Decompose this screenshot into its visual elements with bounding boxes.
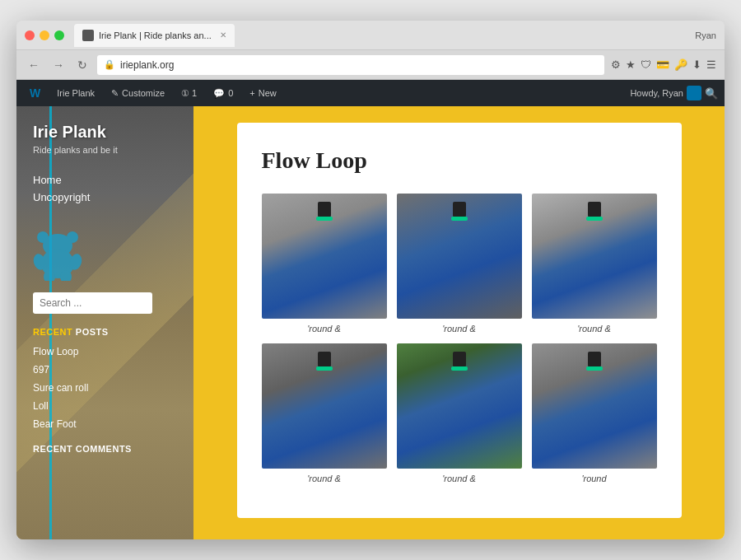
wp-new-icon: + <box>249 88 254 98</box>
post-link-697[interactable]: 697 <box>33 364 49 376</box>
title-bar-user: Ryan <box>695 30 716 40</box>
lock2-icon[interactable]: 🔑 <box>674 58 687 71</box>
refresh-button[interactable]: ↻ <box>74 57 91 73</box>
recent-posts-list: Flow Loop 697 Sure can roll Loll Bear Fo… <box>33 343 177 431</box>
gallery-caption-2: 'round & <box>442 324 476 334</box>
maximize-button[interactable] <box>54 30 64 40</box>
gallery-item-4: 'round & <box>262 343 387 483</box>
recent-comments-label: RECENT COMMENTS <box>33 444 132 454</box>
gallery-item-3: 'round & <box>532 194 657 334</box>
wp-site-name-item[interactable]: Irie Plank <box>50 80 101 106</box>
tab-area: Irie Plank | Ride planks an... ✕ <box>74 24 695 47</box>
download-icon[interactable]: ⬇ <box>692 58 701 71</box>
main-area: Flow Loop 'round & 'round & <box>193 106 725 539</box>
gallery-thumb-2[interactable] <box>397 194 522 319</box>
url-bar[interactable]: 🔒 irieplank.org <box>97 55 604 75</box>
bookmark-icon[interactable]: ★ <box>626 58 636 71</box>
gallery-item-1: 'round & <box>262 194 387 334</box>
wp-admin-right: Howdy, Ryan 🔍 <box>630 86 718 100</box>
site-title: Irie Plank <box>33 123 177 142</box>
shoe-icon-5 <box>453 352 466 368</box>
list-item: Bear Foot <box>33 416 177 431</box>
shoe-icon-2 <box>453 202 466 218</box>
gallery-thumb-5[interactable] <box>397 343 522 469</box>
shoe-icon-6 <box>588 352 601 368</box>
wp-logo-icon: W <box>30 86 40 100</box>
wp-site-name-label: Irie Plank <box>57 88 95 98</box>
post-link-bear-foot[interactable]: Bear Foot <box>33 418 77 430</box>
list-item: Flow Loop <box>33 343 177 358</box>
wp-toolbar-icon[interactable]: ⚙ <box>611 58 621 71</box>
menu-icon[interactable]: ☰ <box>706 58 716 71</box>
post-link-loll[interactable]: Loll <box>33 400 49 412</box>
wp-customize-icon: ✎ <box>111 88 119 99</box>
wp-new-label: New <box>259 88 277 98</box>
wp-customize-label: Customize <box>122 88 165 98</box>
gallery-grid: 'round & 'round & 'round & <box>262 194 657 483</box>
sidebar-content: Irie Plank Ride planks and be it Home Un… <box>33 123 177 454</box>
post-link-sure-can-roll[interactable]: Sure can roll <box>33 382 88 394</box>
list-item: 697 <box>33 362 177 376</box>
wp-comments-count: 0 <box>228 88 233 98</box>
gallery-caption-4: 'round & <box>307 474 341 483</box>
list-item: Loll <box>33 398 177 413</box>
search-input[interactable] <box>40 297 146 309</box>
url-text: irieplank.org <box>120 59 174 71</box>
wp-admin-bar: W Irie Plank ✎ Customize ① 1 💬 0 + New H… <box>16 80 725 106</box>
shoe-icon-4 <box>318 352 331 368</box>
posts-label: POSTS <box>72 327 108 337</box>
recent-highlight: RECENT <box>33 327 72 337</box>
wp-new-item[interactable]: + New <box>243 80 282 106</box>
gallery-item-5: 'round & <box>397 343 522 483</box>
shoe-icon-3 <box>588 202 601 218</box>
list-item: Sure can roll <box>33 380 177 394</box>
lock-icon: 🔒 <box>104 59 115 70</box>
gallery-item-2: 'round & <box>397 194 522 334</box>
gallery-caption-3: 'round & <box>577 324 611 334</box>
forward-button[interactable]: → <box>49 57 68 73</box>
wp-comments-item[interactable]: 💬 0 <box>207 80 240 106</box>
toolbar-icons: ⚙ ★ 🛡 💳 🔑 ⬇ ☰ <box>611 58 716 71</box>
back-button[interactable]: ← <box>25 57 43 73</box>
wp-howdy-label: Howdy, Ryan <box>630 88 683 98</box>
wp-updates-label: ① 1 <box>181 88 197 99</box>
wallet-icon[interactable]: 💳 <box>656 58 669 71</box>
browser-window: Irie Plank | Ride planks an... ✕ Ryan ← … <box>16 21 725 539</box>
minimize-button[interactable] <box>40 30 49 40</box>
search-box <box>33 292 152 314</box>
gallery-caption-6: 'round <box>581 474 606 483</box>
gallery-thumb-1[interactable] <box>262 194 387 319</box>
sidebar: Irie Plank Ride planks and be it Home Un… <box>16 106 193 539</box>
post-title: Flow Loop <box>262 147 657 174</box>
wp-comments-icon: 💬 <box>213 88 225 99</box>
post-link-flow-loop[interactable]: Flow Loop <box>33 346 78 357</box>
recent-comments-heading: RECENT COMMENTS <box>33 444 177 454</box>
tab-favicon <box>82 30 94 41</box>
gallery-item-6: 'round <box>532 343 657 483</box>
shield-icon[interactable]: 🛡 <box>641 58 651 71</box>
gallery-thumb-3[interactable] <box>532 194 657 319</box>
gallery-thumb-6[interactable] <box>532 343 657 469</box>
wp-logo-item[interactable]: W <box>23 80 47 106</box>
nav-uncopyright[interactable]: Uncopyright <box>33 189 177 206</box>
tab-label: Irie Plank | Ride planks an... <box>99 30 212 40</box>
close-button[interactable] <box>25 30 35 40</box>
wp-updates-item[interactable]: ① 1 <box>175 80 203 106</box>
shoe-icon-1 <box>318 202 331 218</box>
gallery-thumb-4[interactable] <box>262 343 387 469</box>
title-bar: Irie Plank | Ride planks an... ✕ Ryan <box>16 21 725 50</box>
traffic-lights <box>25 30 64 40</box>
nav-home[interactable]: Home <box>33 171 177 189</box>
address-bar: ← → ↻ 🔒 irieplank.org ⚙ ★ 🛡 💳 🔑 ⬇ ☰ <box>16 50 725 80</box>
tab-close-icon[interactable]: ✕ <box>220 30 226 40</box>
wp-search-icon[interactable]: 🔍 <box>705 87 718 100</box>
active-tab[interactable]: Irie Plank | Ride planks an... ✕ <box>74 24 235 47</box>
wp-customize-item[interactable]: ✎ Customize <box>105 80 171 106</box>
gallery-caption-5: 'round & <box>442 474 476 483</box>
content-card: Flow Loop 'round & 'round & <box>237 123 682 518</box>
wp-howdy[interactable]: Howdy, Ryan <box>630 86 701 100</box>
gallery-caption-1: 'round & <box>307 324 341 334</box>
wp-user-avatar <box>687 86 701 100</box>
nav-menu: Home Uncopyright <box>33 171 177 206</box>
site-tagline: Ride planks and be it <box>33 145 177 155</box>
